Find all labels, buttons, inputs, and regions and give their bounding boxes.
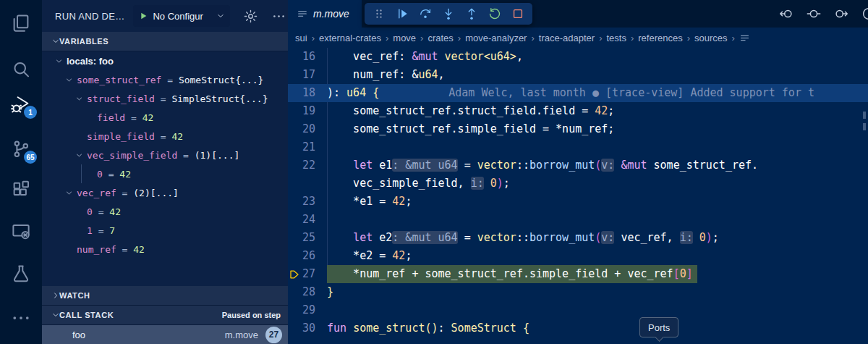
sidebar-title: RUN AND DE… (55, 11, 124, 22)
trace-nav-partial-button[interactable] (861, 6, 868, 22)
trace-nav-forward-button[interactable] (833, 6, 849, 22)
code-line-wrap[interactable]: vec_simple_field, i: 0); (288, 175, 868, 193)
debug-drag-handle-button[interactable] (367, 3, 391, 25)
launch-config-dropdown[interactable]: No Configur (133, 5, 230, 27)
code-line-24[interactable]: 24 (288, 211, 868, 229)
breadcrumb-item-sources[interactable]: sources (694, 33, 728, 43)
code-line-27[interactable]: 27 *num_ref + some_struct_ref.simple_fie… (288, 265, 868, 283)
breadcrumb-item-move-analyzer[interactable]: move-analyzer (465, 33, 527, 43)
activity-source-control[interactable]: 65 (10, 138, 32, 160)
debug-stop-button[interactable] (506, 3, 529, 25)
file-icon (297, 8, 308, 20)
activity-badge: 65 (24, 151, 37, 164)
breadcrumb-item-references[interactable]: references (638, 33, 682, 43)
gutter[interactable]: 17 (288, 66, 327, 84)
watch-section-header[interactable]: WATCH (42, 286, 288, 306)
gutter[interactable]: 19 (288, 102, 327, 120)
activity-extensions[interactable] (10, 179, 32, 201)
activity-additional-views[interactable] (10, 307, 32, 329)
variables-section-label: VARIABLES (59, 37, 109, 46)
code-line-22[interactable]: 22 let e1: &mut u64 = vector::borrow_mut… (288, 156, 868, 175)
play-icon (137, 10, 149, 22)
debug-restart-button[interactable] (483, 3, 506, 25)
code-line-20[interactable]: 20 some_struct_ref.simple_field = *num_r… (288, 120, 868, 138)
code-line-21[interactable]: 21 (288, 138, 868, 156)
gutter[interactable]: 30 (288, 319, 327, 337)
breadcrumb-item-trace-adapter[interactable]: trace-adapter (539, 33, 595, 43)
variable-name: field (97, 112, 125, 123)
trace-nav-back-button[interactable] (778, 6, 794, 22)
variable-row[interactable]: vec_simple_field = (1)[...] (42, 146, 288, 164)
code-line-25[interactable]: 25 let e2: &mut u64 = vector::borrow_mut… (288, 229, 868, 247)
variable-row[interactable]: num_ref = 42 (42, 240, 288, 259)
trace-nav-dash-button[interactable] (806, 6, 822, 22)
gutter[interactable]: 27 (288, 265, 327, 283)
gutter[interactable]: 21 (288, 138, 327, 156)
activity-run-and-debug[interactable]: 1 (10, 93, 32, 115)
scope-label: locals: foo (67, 56, 114, 67)
breadcrumb-item-crates[interactable]: crates (427, 33, 453, 43)
code-line-23[interactable]: 23 *e1 = 42; (288, 193, 868, 211)
circ-right-icon (833, 6, 849, 22)
debug-toolbar (365, 3, 532, 25)
debug-step-into-button[interactable] (437, 3, 460, 25)
code-line-28[interactable]: 28} (288, 283, 868, 301)
code-line-19[interactable]: 19 some_struct_ref.struct_field.field = … (288, 102, 868, 120)
debug-step-over-button[interactable] (414, 3, 437, 25)
code-line-29[interactable]: 29 (288, 301, 868, 319)
breadcrumb-item-external-crates[interactable]: external-crates (319, 33, 381, 43)
gutter[interactable]: 20 (288, 120, 327, 138)
variable-name: some_struct_ref (77, 75, 161, 85)
activity-search[interactable] (10, 59, 32, 80)
line-number: 16 (302, 50, 315, 63)
gutter[interactable]: 24 (288, 211, 327, 229)
variable-row[interactable]: struct_field = SimpleStruct{...} (42, 89, 288, 108)
watch-section-label: WATCH (59, 291, 90, 300)
variable-value: 42 (142, 112, 154, 123)
debug-step-out-button[interactable] (460, 3, 483, 25)
gear-icon[interactable] (243, 9, 258, 24)
code-line-16[interactable]: 16 vec_ref: &mut vector<u64>, (288, 48, 868, 66)
variable-row[interactable]: 0 = 42 (42, 164, 288, 183)
stop-icon (511, 7, 525, 21)
variable-row[interactable]: 0 = 42 (42, 202, 288, 221)
code-text: fun some_struct(): SomeStruct { (327, 319, 529, 337)
chev-down-icon (75, 94, 84, 104)
variables-section-header[interactable]: VARIABLES (42, 32, 288, 51)
code-line-17[interactable]: 17 num_ref: &u64, (288, 66, 868, 84)
breadcrumb-item-sui[interactable]: sui (295, 33, 307, 43)
gutter[interactable]: 22 (288, 156, 327, 175)
variable-value: (1)[...] (195, 150, 240, 161)
gutter[interactable]: 29 (288, 301, 327, 319)
gutter[interactable] (288, 175, 327, 193)
variable-row[interactable]: field = 42 (42, 108, 288, 127)
gutter[interactable]: 23 (288, 193, 327, 211)
activity-testing[interactable] (10, 263, 32, 285)
line-number: 26 (302, 249, 315, 262)
call-stack-section-header[interactable]: CALL STACK Paused on step (42, 306, 288, 325)
stack-frame-row[interactable]: foo m.move 27 (42, 325, 288, 344)
variable-row[interactable]: simple_field = 42 (42, 127, 288, 146)
variable-row[interactable]: 1 = 7 (42, 221, 288, 240)
breadcrumb-item-move[interactable]: move (393, 33, 416, 43)
gutter[interactable]: 18 (288, 84, 327, 102)
gutter[interactable]: 25 (288, 229, 327, 247)
activity-remote-explorer[interactable] (10, 221, 32, 243)
code-line-18[interactable]: 18): u64 {Adam Welc, last month ● [trace… (288, 84, 868, 102)
debug-continue-button[interactable] (391, 3, 414, 25)
tab-m-move[interactable]: m.move (288, 0, 362, 28)
start-debug-icon[interactable] (137, 10, 149, 22)
more-actions-icon[interactable] (271, 9, 286, 24)
gutter[interactable]: 26 (288, 247, 327, 265)
activity-explorer[interactable] (10, 12, 32, 34)
variables-scope-row[interactable]: locals: foo (42, 51, 288, 70)
code-line-26[interactable]: 26 *e2 = 42; (288, 247, 868, 265)
variable-value: (2)[...] (133, 188, 179, 198)
breadcrumb-item-tests[interactable]: tests (606, 33, 626, 43)
variable-name: vec_simple_field (87, 150, 177, 161)
gutter[interactable]: 28 (288, 283, 327, 301)
variable-row[interactable]: some_struct_ref = SomeStruct{...} (42, 70, 288, 89)
gutter[interactable]: 16 (288, 48, 327, 66)
code-line-30[interactable]: 30fun some_struct(): SomeStruct { (288, 319, 868, 337)
variable-row[interactable]: vec_ref = (2)[...] (42, 183, 288, 202)
